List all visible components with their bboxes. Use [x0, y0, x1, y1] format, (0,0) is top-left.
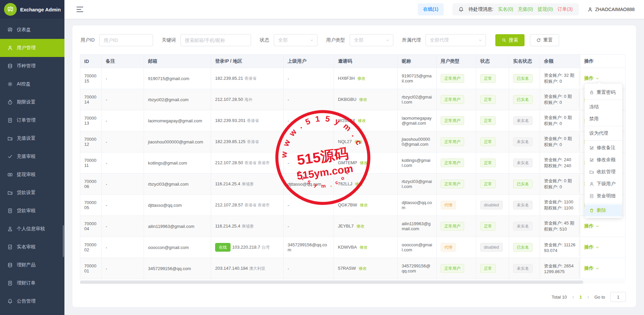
modify-invite-code-link[interactable]: 修改 [354, 139, 362, 144]
search-button[interactable]: 搜索 [495, 34, 525, 46]
sidebar-item-announcements[interactable]: 公告管理 [0, 292, 64, 310]
dropdown-item-reset-password[interactable]: 重置密码 [585, 86, 622, 99]
cell-parent-user: - [284, 258, 334, 279]
modify-invite-code-link[interactable]: 修改 [360, 161, 368, 165]
column-header: 备注 [102, 55, 144, 68]
sidebar-item-loan-settings[interactable]: 贷款设置 [0, 184, 64, 202]
pending-link[interactable]: 实名(0) [498, 6, 513, 12]
sidebar-item-loan-review[interactable]: 贷款审核 [0, 202, 64, 220]
cell-invite-code: NQL27修改 [334, 131, 398, 152]
cell-kyc-status: 未实名 [509, 110, 540, 131]
status-tag: 正常 [480, 95, 496, 104]
chev-down-icon [595, 224, 599, 228]
status-tag: 正常 [480, 116, 496, 125]
prev-page-button[interactable]: ‹ [572, 294, 574, 300]
cell-parent-user: - [284, 152, 334, 174]
dropdown-item-sub-users[interactable]: 下级用户 [585, 178, 622, 190]
dropdown-item-delete[interactable]: 删除 [585, 204, 622, 216]
dropdown-item-payment-manage[interactable]: 收款管理 [585, 166, 622, 178]
table-header-row: ID备注邮箱登录IP / 地区上级用户邀请码昵称用户类型状态实名状态余额操作 [80, 55, 626, 68]
clock-icon [7, 100, 13, 105]
sidebar-item-dashboard[interactable]: 仪表盘 [0, 21, 64, 39]
dropdown-item-disable[interactable]: 禁用 [585, 113, 622, 125]
users-table: ID备注邮箱登录IP / 地区上级用户邀请码昵称用户类型状态实名状态余额操作 7… [80, 54, 626, 279]
cell-balance: 资金账户: 1100 期权账户: 1100 [540, 195, 580, 216]
modify-invite-code-link[interactable]: 修改 [357, 76, 365, 81]
sidebar-item-orders[interactable]: 订单管理 [0, 111, 64, 129]
goto-page-input[interactable] [610, 292, 626, 302]
folder-icon [7, 190, 13, 195]
dropdown-item-freeze[interactable]: 冻结 [585, 101, 622, 113]
cell-balance: 资金账户: 32 期权账户: 0 [540, 68, 580, 89]
modify-invite-code-link[interactable]: 修改 [358, 266, 366, 271]
sidebar-item-kyc-review[interactable]: 实名审核 [0, 238, 64, 256]
row-action-trigger[interactable]: 操作 [584, 265, 599, 271]
sidebar-item-recharge-review[interactable]: 充值审核 [0, 147, 64, 166]
user-menu[interactable]: ZHAOCAIMAO888 [588, 7, 635, 12]
dropdown-divider [585, 126, 622, 126]
status-tag: 未实名 [513, 137, 533, 146]
dropdown-item-set-agent[interactable]: 设为代理 [585, 127, 622, 139]
modify-invite-code-link[interactable]: 修改 [360, 203, 368, 207]
sidebar-item-terms[interactable]: 期限设置 [0, 93, 64, 111]
agent-select[interactable]: 全部代理 [426, 34, 486, 46]
modify-invite-code-link[interactable]: 修改 [359, 245, 367, 250]
online-users-badge[interactable]: 在线(1) [418, 3, 444, 15]
user-type-select[interactable]: 全部 [350, 34, 393, 46]
dropdown-item-fund-details[interactable]: 资金明细 [585, 190, 622, 202]
bell-icon [7, 299, 13, 304]
dropdown-item-edit-balance[interactable]: 修改余额 [585, 154, 622, 166]
cell-invite-code: DKBGBU修改 [334, 89, 398, 110]
sidebar-item-label: 充值设置 [17, 135, 36, 141]
row-action-trigger[interactable]: 操作 [584, 223, 599, 229]
next-page-button[interactable]: › [587, 294, 589, 300]
person-icon [7, 226, 13, 232]
cell-user-type: 代理 [437, 237, 476, 258]
agent-select-value: 全部代理 [430, 37, 449, 43]
login-region: 香港省 [247, 118, 259, 123]
modify-invite-code-link[interactable]: 修改 [356, 224, 364, 229]
cell-user-type: 正常用户 [437, 110, 476, 131]
modify-invite-code-link[interactable]: 修改 [355, 182, 363, 186]
user-id-input[interactable] [99, 34, 153, 46]
cell-login-ip-region: 116.214.25.4柬埔寨 [211, 174, 284, 195]
sidebar-item-label: 提现审核 [17, 172, 36, 178]
sidebar-item-wealth-orders[interactable]: 理财订单 [0, 274, 64, 292]
modify-invite-code-link[interactable]: 修改 [359, 97, 367, 102]
horizontal-scrollbar-thumb[interactable] [80, 280, 583, 284]
sidebar-scrollbar[interactable] [63, 225, 64, 257]
sidebar-item-withdraw-review[interactable]: 提现审核 [0, 166, 64, 184]
keyword-input[interactable] [181, 34, 251, 46]
cell-user-type: 正常用户 [437, 152, 476, 174]
dropdown-item-edit-remark[interactable]: 修改备注 [585, 142, 622, 154]
status-select[interactable]: 全部 [274, 34, 317, 46]
cell-status: 正常 [476, 89, 509, 110]
online-tag: 在线 [215, 243, 231, 252]
current-page[interactable]: 1 [580, 295, 582, 300]
sidebar-item-wealth-products[interactable]: 理财产品 [0, 256, 64, 274]
row-action-trigger[interactable]: 操作 [584, 75, 599, 81]
sidebar-item-ai-control[interactable]: AI控盘 [0, 75, 64, 93]
pending-link[interactable]: 充值(0) [518, 6, 533, 12]
status-tag: 已实名 [513, 243, 533, 252]
sidebar-item-recharge-settings[interactable]: 充值设置 [0, 129, 64, 147]
pending-link[interactable]: 提现(0) [538, 6, 553, 12]
row-action-dropdown: 重置密码冻结禁用设为代理修改备注修改余额收款管理下级用户资金明细删除 [585, 84, 622, 218]
modify-invite-code-link[interactable]: 修改 [358, 118, 366, 123]
user-type-select-value: 全部 [354, 37, 363, 43]
pagination: Total 10 ‹ 1 › Go to [80, 292, 629, 302]
doc-icon [7, 208, 13, 213]
column-header: ID [80, 55, 102, 68]
status-tag: 正常用户 [441, 95, 464, 104]
cell-user-id: 7000012 [80, 131, 102, 152]
reset-button[interactable]: 重置 [530, 34, 559, 46]
row-action-trigger[interactable]: 操作 [584, 244, 599, 250]
collapse-sidebar-icon[interactable] [77, 7, 83, 12]
sidebar-item-coins[interactable]: 币种管理 [0, 57, 64, 75]
login-ip: 182.239.85.125 [215, 139, 245, 144]
sidebar-item-profile-review[interactable]: 个人信息审核 [0, 220, 64, 238]
pending-link[interactable]: 订单(3) [557, 6, 573, 12]
status-tag: 正常用户 [441, 180, 464, 188]
cell-kyc-status: 未实名 [509, 152, 540, 174]
sidebar-item-users[interactable]: 用户管理 [0, 39, 64, 57]
